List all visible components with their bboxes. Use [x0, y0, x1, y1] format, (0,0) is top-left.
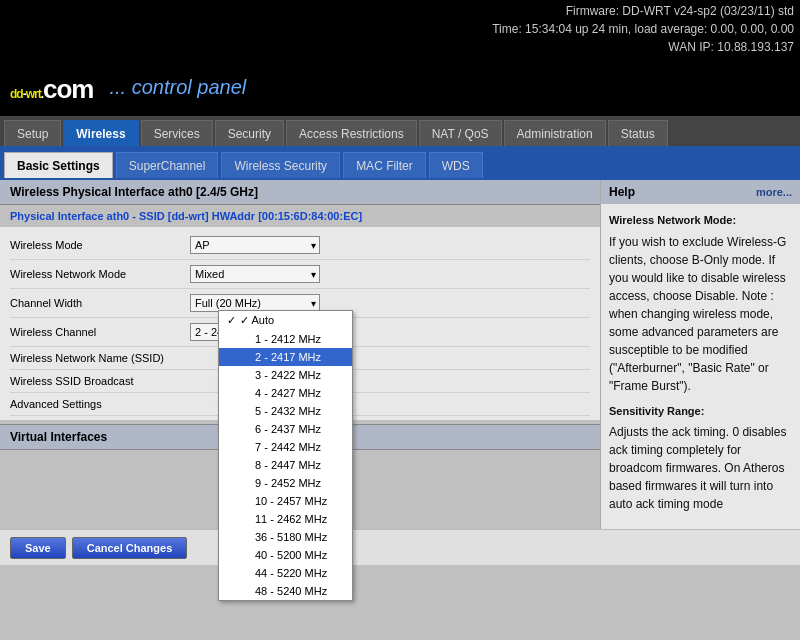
dropdown-item-ch40[interactable]: 40 - 5200 MHz: [219, 546, 352, 564]
form-control-wireless_mode[interactable]: AP: [190, 236, 320, 254]
main-tab-security[interactable]: Security: [215, 120, 284, 146]
help-section-heading: Sensitivity Range:: [609, 403, 792, 420]
logo-subtitle: ... control panel: [109, 76, 246, 99]
sub-tab-wds[interactable]: WDS: [429, 152, 483, 178]
help-header: Help more...: [601, 180, 800, 204]
help-more-link[interactable]: more...: [756, 186, 792, 198]
time-info: Time: 15:34:04 up 24 min, load average: …: [6, 20, 794, 38]
dropdown-item-ch3[interactable]: 3 - 2422 MHz: [219, 366, 352, 384]
channel-dropdown-overlay[interactable]: ✓ Auto1 - 2412 MHz2 - 2417 MHz3 - 2422 M…: [218, 310, 353, 601]
firmware-info: Firmware: DD-WRT v24-sp2 (03/23/11) std: [6, 2, 794, 20]
form-label-channel_width: Channel Width: [10, 297, 190, 309]
help-content: Wireless Network Mode:If you wish to exc…: [601, 204, 800, 529]
form-label-wireless_ssid_broadcast: Wireless SSID Broadcast: [10, 375, 190, 387]
dropdown-item-ch9[interactable]: 9 - 2452 MHz: [219, 474, 352, 492]
select-wireless_network_mode[interactable]: Mixed: [190, 265, 320, 283]
logo-bar: dd-wrt.com ... control panel: [0, 58, 800, 116]
form-row-wireless_mode: Wireless ModeAP: [10, 231, 590, 260]
dropdown-item-ch48[interactable]: 48 - 5240 MHz: [219, 582, 352, 600]
dropdown-item-ch6[interactable]: 6 - 2437 MHz: [219, 420, 352, 438]
full-content: Wireless Physical Interface ath0 [2.4/5 …: [0, 180, 800, 529]
physical-interface-label: Physical Interface ath0 - SSID [dd-wrt] …: [0, 205, 600, 227]
dropdown-item-auto[interactable]: ✓ Auto: [219, 311, 352, 330]
content-wrapper: Wireless Physical Interface ath0 [2.4/5 …: [0, 180, 800, 565]
help-title: Help: [609, 185, 635, 199]
bottom-bar: Save Cancel Changes: [0, 529, 800, 565]
main-tab-access_restrictions[interactable]: Access Restrictions: [286, 120, 417, 146]
help-section-body: Adjusts the ack timing. 0 disables ack t…: [609, 423, 792, 513]
form-label-wireless_network_mode: Wireless Network Mode: [10, 268, 190, 280]
main-tab-status[interactable]: Status: [608, 120, 668, 146]
form-label-wireless_mode: Wireless Mode: [10, 239, 190, 251]
sub-nav: Basic SettingsSuperChannelWireless Secur…: [0, 146, 800, 180]
main-tab-wireless[interactable]: Wireless: [63, 120, 138, 146]
dropdown-item-ch10[interactable]: 10 - 2457 MHz: [219, 492, 352, 510]
wan-ip-info: WAN IP: 10.88.193.137: [6, 38, 794, 56]
dropdown-item-ch5[interactable]: 5 - 2432 MHz: [219, 402, 352, 420]
form-label-wireless_channel: Wireless Channel: [10, 326, 190, 338]
dropdown-item-ch11[interactable]: 11 - 2462 MHz: [219, 510, 352, 528]
main-tab-services[interactable]: Services: [141, 120, 213, 146]
select-wireless_mode[interactable]: AP: [190, 236, 320, 254]
main-tab-administration[interactable]: Administration: [504, 120, 606, 146]
sub-tab-basic_settings[interactable]: Basic Settings: [4, 152, 113, 178]
main-tab-nat_qos[interactable]: NAT / QoS: [419, 120, 502, 146]
form-row-wireless_network_mode: Wireless Network ModeMixed: [10, 260, 590, 289]
sub-tab-wireless_security[interactable]: Wireless Security: [221, 152, 340, 178]
main-nav: SetupWirelessServicesSecurityAccess Rest…: [0, 116, 800, 146]
form-label-advanced_settings: Advanced Settings: [10, 398, 190, 410]
logo: dd-wrt.com: [10, 69, 93, 106]
section-header: Wireless Physical Interface ath0 [2.4/5 …: [0, 180, 600, 205]
main-tab-setup[interactable]: Setup: [4, 120, 61, 146]
dropdown-item-ch44[interactable]: 44 - 5220 MHz: [219, 564, 352, 582]
dropdown-item-ch36[interactable]: 36 - 5180 MHz: [219, 528, 352, 546]
form-control-wireless_network_mode[interactable]: Mixed: [190, 265, 320, 283]
save-button[interactable]: Save: [10, 537, 66, 559]
cancel-button[interactable]: Cancel Changes: [72, 537, 188, 559]
dropdown-item-ch8[interactable]: 8 - 2447 MHz: [219, 456, 352, 474]
dropdown-item-ch4[interactable]: 4 - 2427 MHz: [219, 384, 352, 402]
sub-tab-superchannel[interactable]: SuperChannel: [116, 152, 219, 178]
help-section-body: If you wish to exclude Wireless-G client…: [609, 233, 792, 395]
right-panel: Help more... Wireless Network Mode:If yo…: [600, 180, 800, 529]
sub-tab-mac_filter[interactable]: MAC Filter: [343, 152, 426, 178]
dropdown-item-ch7[interactable]: 7 - 2442 MHz: [219, 438, 352, 456]
help-section-heading: Wireless Network Mode:: [609, 212, 792, 229]
dropdown-item-ch1[interactable]: 1 - 2412 MHz: [219, 330, 352, 348]
dropdown-item-ch2[interactable]: 2 - 2417 MHz: [219, 348, 352, 366]
form-label-wireless_network_name: Wireless Network Name (SSID): [10, 352, 190, 364]
top-bar: Firmware: DD-WRT v24-sp2 (03/23/11) std …: [0, 0, 800, 58]
